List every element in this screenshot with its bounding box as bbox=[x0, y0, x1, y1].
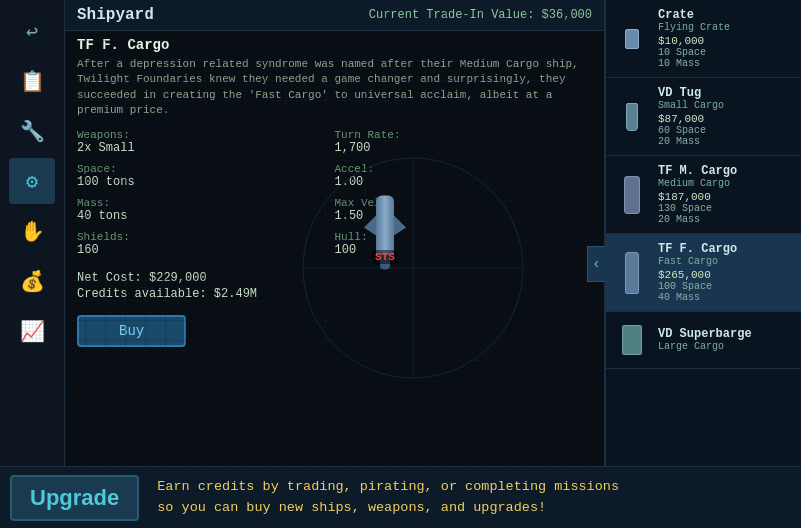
bottom-tip: Earn credits by trading, pirating, or co… bbox=[157, 477, 619, 518]
ship-description: After a depression related syndrome was … bbox=[65, 55, 604, 125]
list-item-tf-f-cargo[interactable]: TF F. Cargo Fast Cargo $265,000 100 Spac… bbox=[606, 234, 801, 312]
page-title: Shipyard bbox=[77, 6, 154, 24]
ship-thumb-superbarge bbox=[614, 320, 650, 360]
ship-thumb-mcargo bbox=[614, 175, 650, 215]
list-item-vd-superbarge[interactable]: VD Superbarge Large Cargo bbox=[606, 312, 801, 369]
ship-thumb-fcargo bbox=[614, 253, 650, 293]
ship-label: STS bbox=[372, 250, 398, 264]
sidebar-icon-stats[interactable]: 📈 bbox=[9, 308, 55, 354]
upgrade-button[interactable]: Upgrade bbox=[10, 475, 139, 521]
list-item-crate[interactable]: Crate Flying Crate $10,000 10 Space 10 M… bbox=[606, 0, 801, 78]
list-item-tf-m-cargo[interactable]: TF M. Cargo Medium Cargo $187,000 130 Sp… bbox=[606, 156, 801, 234]
sidebar-icon-missions[interactable]: 📋 bbox=[9, 58, 55, 104]
selected-ship-name: TF F. Cargo bbox=[65, 31, 604, 55]
ship-body bbox=[376, 196, 394, 256]
list-item-vd-tug[interactable]: VD Tug Small Cargo $87,000 60 Space 20 M… bbox=[606, 78, 801, 156]
sidebar: ↩ 📋 🔧 ⚙ ✋ 💰 📈 bbox=[0, 0, 65, 528]
collapse-panel-button[interactable]: ‹ bbox=[587, 246, 605, 282]
ship-viewport: STS bbox=[275, 130, 495, 350]
sidebar-icon-shipyard[interactable]: ⚙ bbox=[9, 158, 55, 204]
sidebar-icon-hand[interactable]: ✋ bbox=[9, 208, 55, 254]
ship-thumb-tug bbox=[614, 97, 650, 137]
ship-thumb-crate bbox=[614, 19, 650, 59]
ship-wing-left bbox=[364, 216, 376, 236]
bottom-bar: Upgrade Earn credits by trading, piratin… bbox=[0, 466, 801, 528]
ship-list: Crate Flying Crate $10,000 10 Space 10 M… bbox=[605, 0, 801, 466]
buy-button[interactable]: Buy bbox=[77, 315, 186, 347]
sidebar-icon-back[interactable]: ↩ bbox=[9, 8, 55, 54]
sidebar-icon-tools[interactable]: 🔧 bbox=[9, 108, 55, 154]
sidebar-icon-finance[interactable]: 💰 bbox=[9, 258, 55, 304]
trade-in-value: Current Trade-In Value: $36,000 bbox=[369, 8, 592, 22]
shipyard-header: Shipyard Current Trade-In Value: $36,000 bbox=[65, 0, 604, 31]
ship-wing-right bbox=[394, 216, 406, 236]
main-panel: Shipyard Current Trade-In Value: $36,000… bbox=[65, 0, 605, 466]
